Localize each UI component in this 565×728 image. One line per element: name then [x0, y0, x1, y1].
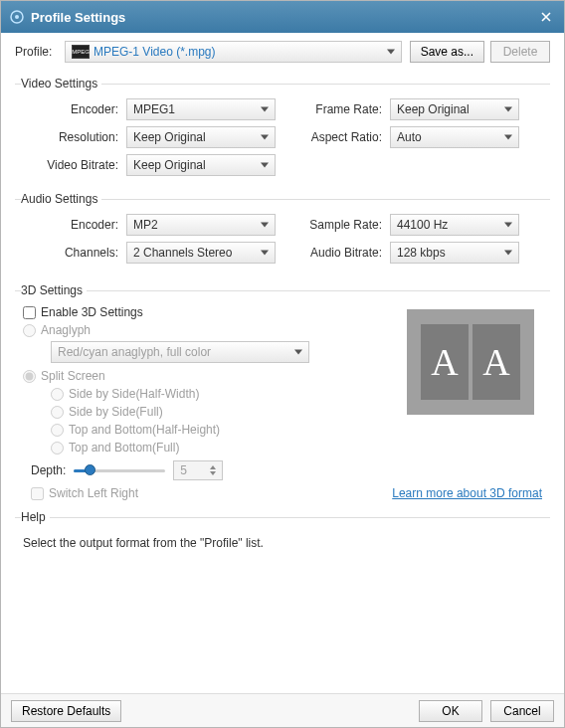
tab-half-radio: Top and Bottom(Half-Height) [51, 423, 550, 437]
content-area: Profile: MPEG MPEG-1 Video (*.mpg) Save … [1, 33, 564, 693]
video-bitrate-label: Video Bitrate: [15, 158, 126, 172]
profile-row: Profile: MPEG MPEG-1 Video (*.mpg) Save … [15, 41, 550, 63]
video-encoder-label: Encoder: [15, 102, 126, 116]
restore-defaults-button[interactable]: Restore Defaults [11, 700, 121, 722]
footer: Restore Defaults OK Cancel [1, 693, 564, 727]
framerate-combo[interactable]: Keep Original [390, 98, 519, 120]
audio-bitrate-label: Audio Bitrate: [282, 246, 390, 260]
chevron-down-icon [504, 251, 512, 256]
switch-lr-input [31, 487, 44, 500]
video-settings-group: Video Settings Encoder: MPEG1 Resolution… [15, 77, 550, 186]
chevron-down-icon [261, 251, 269, 256]
audio-bitrate-combo[interactable]: 128 kbps [390, 242, 519, 264]
preview-right: A [472, 324, 520, 400]
chevron-down-icon [504, 135, 512, 140]
chevron-down-icon [387, 50, 395, 55]
chevron-down-icon [504, 223, 512, 228]
anaglyph-input [23, 324, 36, 337]
anaglyph-combo: Red/cyan anaglyph, full color [51, 341, 309, 363]
channels-combo[interactable]: 2 Channels Stereo [126, 242, 276, 264]
framerate-label: Frame Rate: [282, 102, 390, 116]
chevron-down-icon [261, 163, 269, 168]
aspect-label: Aspect Ratio: [282, 130, 390, 144]
tab-full-input [51, 442, 64, 455]
3d-legend: 3D Settings [21, 283, 87, 297]
spinner-buttons [210, 462, 220, 478]
depth-row: Depth: 5 [31, 460, 550, 480]
cancel-button[interactable]: Cancel [490, 700, 554, 722]
depth-slider[interactable] [74, 463, 165, 477]
video-encoder-combo[interactable]: MPEG1 [126, 98, 276, 120]
preview-left: A [421, 324, 469, 400]
profile-value: MPEG-1 Video (*.mpg) [94, 45, 216, 59]
audio-settings-group: Audio Settings Encoder: MP2 Channels: 2 … [15, 192, 550, 273]
audio-encoder-label: Encoder: [15, 218, 126, 232]
svg-point-1 [15, 15, 19, 19]
samplerate-combo[interactable]: 44100 Hz [390, 214, 519, 236]
help-legend: Help [21, 510, 50, 524]
sbs-half-input [51, 388, 64, 401]
depth-spinner: 5 [173, 460, 223, 480]
chevron-down-icon [261, 223, 269, 228]
aspect-combo[interactable]: Auto [390, 126, 519, 148]
help-text: Select the output format from the "Profi… [23, 536, 542, 550]
titlebar: Profile Settings [1, 1, 564, 33]
profile-settings-window: Profile Settings Profile: MPEG MPEG-1 Vi… [0, 0, 565, 728]
audio-encoder-combo[interactable]: MP2 [126, 214, 276, 236]
channels-label: Channels: [15, 246, 126, 260]
app-icon [9, 9, 25, 25]
learn-more-link[interactable]: Learn more about 3D format [392, 486, 542, 500]
enable-3d-input[interactable] [23, 306, 36, 319]
profile-label: Profile: [15, 45, 65, 59]
save-as-button[interactable]: Save as... [410, 41, 484, 63]
help-group: Help Select the output format from the "… [15, 510, 550, 558]
ok-button[interactable]: OK [419, 700, 482, 722]
video-legend: Video Settings [21, 77, 101, 91]
switch-lr-checkbox: Switch Left Right [31, 486, 138, 500]
chevron-down-icon [504, 107, 512, 112]
split-screen-input [23, 370, 36, 383]
video-bitrate-combo[interactable]: Keep Original [126, 154, 276, 176]
chevron-down-icon [261, 107, 269, 112]
tab-full-radio: Top and Bottom(Full) [51, 441, 550, 455]
resolution-combo[interactable]: Keep Original [126, 126, 276, 148]
audio-legend: Audio Settings [21, 192, 101, 206]
tab-half-input [51, 424, 64, 437]
profile-combo[interactable]: MPEG MPEG-1 Video (*.mpg) [65, 41, 402, 63]
sbs-full-input [51, 406, 64, 419]
3d-settings-group: 3D Settings Enable 3D Settings Anaglyph … [15, 283, 550, 504]
slider-thumb[interactable] [85, 464, 95, 475]
delete-button: Delete [490, 41, 550, 63]
close-icon[interactable] [536, 7, 556, 27]
window-title: Profile Settings [31, 10, 536, 25]
chevron-down-icon [294, 350, 302, 355]
chevron-down-icon [261, 135, 269, 140]
3d-preview: A A [407, 309, 534, 415]
samplerate-label: Sample Rate: [282, 218, 390, 232]
resolution-label: Resolution: [15, 130, 126, 144]
mpeg-icon: MPEG [72, 45, 90, 59]
depth-label: Depth: [31, 463, 66, 477]
